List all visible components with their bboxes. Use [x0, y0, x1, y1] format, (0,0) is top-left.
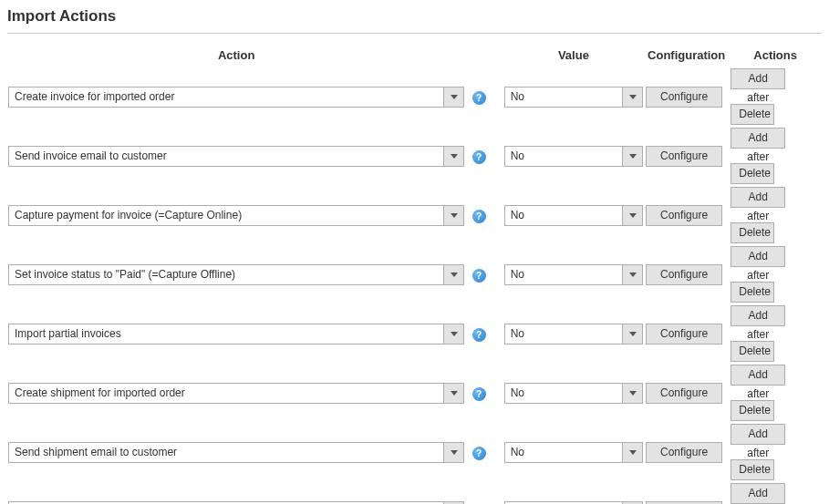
configure-button[interactable]: Configure [646, 501, 722, 505]
add-after-button[interactable]: Add after [731, 305, 785, 326]
action-select-value: Send invoice email to customer [9, 147, 443, 166]
help-icon[interactable]: ? [472, 150, 486, 164]
configure-button[interactable]: Configure [646, 324, 722, 345]
table-row: Send shipment email to customer?NoConfig… [7, 423, 822, 482]
add-after-button[interactable]: Add after [731, 246, 785, 267]
table-row: Create invoice for imported order?NoConf… [7, 67, 822, 127]
header-action: Action [7, 45, 465, 67]
value-select-value: No [505, 87, 622, 107]
action-select[interactable]: Capture payment for invoice (=Capture On… [8, 205, 464, 226]
delete-button[interactable]: Delete [731, 341, 774, 362]
add-after-button[interactable]: Add after [731, 187, 785, 208]
divider [7, 33, 822, 34]
header-value: Value [503, 45, 644, 67]
configure-button[interactable]: Configure [646, 383, 722, 404]
help-icon[interactable]: ? [472, 91, 486, 105]
action-select-value: Capture payment for invoice (=Capture On… [9, 206, 443, 225]
help-icon[interactable]: ? [472, 269, 486, 283]
import-actions-grid: Action Value Configuration Actions Creat… [7, 45, 822, 504]
action-select[interactable]: Create invoice for imported order [8, 87, 464, 108]
add-after-button[interactable]: Add after [731, 424, 785, 445]
chevron-down-icon[interactable] [622, 384, 642, 403]
chevron-down-icon[interactable] [622, 206, 642, 225]
value-select[interactable]: No [504, 87, 643, 108]
table-row: Create shipment for imported order?NoCon… [7, 364, 822, 423]
value-select[interactable]: No [504, 146, 643, 167]
value-select-value: No [505, 147, 622, 166]
delete-button[interactable]: Delete [731, 163, 774, 184]
configure-button[interactable]: Configure [646, 205, 722, 226]
chevron-down-icon[interactable] [622, 443, 642, 462]
value-select[interactable]: No [504, 324, 643, 345]
header-configuration: Configuration [644, 45, 729, 67]
chevron-down-icon[interactable] [443, 265, 463, 284]
chevron-down-icon[interactable] [622, 87, 642, 107]
chevron-down-icon[interactable] [443, 147, 463, 166]
chevron-down-icon[interactable] [622, 324, 642, 344]
header-actions: Actions [729, 45, 822, 67]
help-icon[interactable]: ? [472, 328, 486, 342]
action-select[interactable]: Import partial invoices [8, 324, 464, 345]
chevron-down-icon[interactable] [443, 87, 463, 107]
header-help [465, 45, 491, 67]
table-row: Send invoice email to customer?NoConfigu… [7, 127, 822, 186]
table-row: Import partial invoices?NoConfigureAdd a… [7, 304, 822, 364]
configure-button[interactable]: Configure [646, 442, 722, 463]
delete-button[interactable]: Delete [731, 222, 774, 243]
add-after-button[interactable]: Add after [731, 128, 785, 149]
action-select-value: Send shipment email to customer [9, 443, 443, 462]
value-select[interactable]: No [504, 264, 643, 285]
add-after-button[interactable]: Add after [731, 483, 785, 504]
chevron-down-icon[interactable] [622, 265, 642, 284]
delete-button[interactable]: Delete [731, 104, 774, 125]
delete-button[interactable]: Delete [731, 282, 774, 303]
value-select-value: No [505, 384, 622, 403]
configure-button[interactable]: Configure [646, 87, 722, 108]
value-select-value: No [505, 265, 622, 284]
value-select[interactable]: No [504, 442, 643, 463]
action-select[interactable]: Send invoice email to customer [8, 146, 464, 167]
action-select-value: Create shipment for imported order [9, 384, 443, 403]
value-select[interactable]: No [504, 383, 643, 404]
chevron-down-icon[interactable] [622, 147, 642, 166]
action-select-value: Set invoice status to "Paid" (=Capture O… [9, 265, 443, 284]
action-select[interactable]: Create shipment for imported order [8, 383, 464, 404]
action-select[interactable]: Set invoice status to "Paid" (=Capture O… [8, 264, 464, 285]
page-title: Import Actions [7, 5, 822, 27]
configure-button[interactable]: Configure [646, 146, 722, 167]
action-select[interactable]: Send shipment email to customer [8, 442, 464, 463]
help-icon[interactable]: ? [472, 210, 486, 223]
table-row: Capture payment for invoice (=Capture On… [7, 186, 822, 245]
configure-button[interactable]: Configure [646, 264, 722, 285]
action-select-value: Import partial invoices [9, 324, 443, 344]
add-after-button[interactable]: Add after [731, 68, 785, 89]
value-select[interactable]: No [504, 501, 643, 505]
chevron-down-icon[interactable] [443, 324, 463, 344]
action-select-value: Create invoice for imported order [9, 87, 443, 107]
value-select-value: No [505, 443, 622, 462]
table-row: Import no shipments without tracking num… [7, 482, 822, 504]
value-select[interactable]: No [504, 205, 643, 226]
help-icon[interactable]: ? [472, 447, 486, 460]
delete-button[interactable]: Delete [731, 459, 774, 480]
delete-button[interactable]: Delete [731, 400, 774, 421]
value-select-value: No [505, 324, 622, 344]
action-select[interactable]: Import no shipments without tracking num… [8, 501, 464, 505]
chevron-down-icon[interactable] [443, 443, 463, 462]
table-row: Set invoice status to "Paid" (=Capture O… [7, 245, 822, 304]
add-after-button[interactable]: Add after [731, 365, 785, 386]
help-icon[interactable]: ? [472, 387, 486, 401]
chevron-down-icon[interactable] [443, 206, 463, 225]
chevron-down-icon[interactable] [443, 384, 463, 403]
value-select-value: No [505, 206, 622, 225]
